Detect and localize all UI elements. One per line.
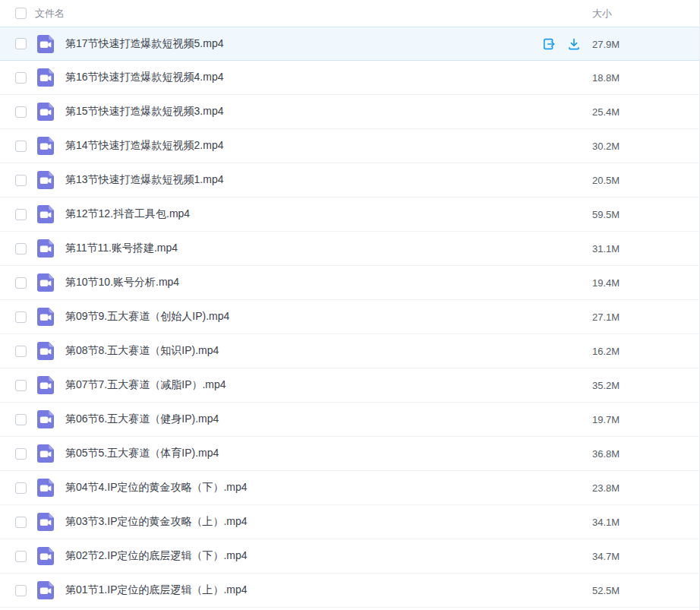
file-name[interactable]: 第12节12.抖音工具包.mp4 xyxy=(65,207,190,221)
table-row[interactable]: 第08节8.五大赛道（知识IP).mp4 16.2M xyxy=(0,334,699,368)
share-icon[interactable] xyxy=(541,36,557,52)
column-header-size: 大小 xyxy=(592,7,612,21)
video-file-icon xyxy=(35,511,56,533)
row-checkbox[interactable] xyxy=(15,277,27,289)
row-checkbox[interactable] xyxy=(15,209,27,220)
video-file-icon xyxy=(35,238,56,259)
table-row[interactable]: 第02节2.IP定位的底层逻辑（下）.mp4 34.7M xyxy=(0,539,699,574)
table-row[interactable]: 第14节快速打造爆款短视频2.mp4 30.2M xyxy=(0,129,699,163)
video-file-icon xyxy=(35,67,56,88)
row-checkbox[interactable] xyxy=(15,585,27,596)
video-file-icon xyxy=(35,204,56,225)
list-header: 文件名 大小 xyxy=(0,0,699,27)
file-size: 27.9M xyxy=(592,38,620,49)
file-size: 59.5M xyxy=(592,209,620,220)
select-all-checkbox[interactable] xyxy=(15,8,27,19)
file-size: 34.7M xyxy=(592,551,620,562)
row-checkbox[interactable] xyxy=(15,175,27,186)
row-checkbox[interactable] xyxy=(15,141,27,152)
table-row[interactable]: 第12节12.抖音工具包.mp4 59.5M xyxy=(0,198,699,232)
file-name[interactable]: 第04节4.IP定位的黄金攻略（下）.mp4 xyxy=(65,481,248,495)
download-icon[interactable] xyxy=(566,36,582,52)
column-header-filename: 文件名 xyxy=(35,7,65,21)
file-size: 35.2M xyxy=(592,380,620,391)
row-checkbox[interactable] xyxy=(15,243,27,254)
video-file-icon xyxy=(35,33,56,55)
row-checkbox[interactable] xyxy=(15,517,27,528)
file-name[interactable]: 第16节快速打造爆款短视频4.mp4 xyxy=(65,71,223,84)
table-row[interactable]: 第10节10.账号分析.mp4 19.4M xyxy=(0,266,699,300)
file-size: 34.1M xyxy=(592,517,620,528)
file-name[interactable]: 第17节快速打造爆款短视频5.mp4 xyxy=(65,37,223,51)
table-row[interactable]: 第09节9.五大赛道（创始人IP).mp4 27.1M xyxy=(0,300,699,334)
file-size: 52.5M xyxy=(592,585,620,596)
video-file-icon xyxy=(35,443,56,464)
file-size: 31.1M xyxy=(592,243,620,254)
file-name[interactable]: 第10节10.账号分析.mp4 xyxy=(65,276,179,289)
row-checkbox[interactable] xyxy=(15,380,27,391)
table-row[interactable]: 第11节11.账号搭建.mp4 31.1M xyxy=(0,232,699,266)
video-file-icon xyxy=(35,340,56,362)
file-name[interactable]: 第02节2.IP定位的底层逻辑（下）.mp4 xyxy=(65,549,248,563)
video-file-icon xyxy=(35,375,56,396)
file-name[interactable]: 第13节快速打造爆款短视频1.mp4 xyxy=(65,173,223,187)
table-row[interactable]: 第13节快速打造爆款短视频1.mp4 20.5M xyxy=(0,163,699,198)
file-name[interactable]: 第09节9.五大赛道（创始人IP).mp4 xyxy=(65,310,229,324)
row-checkbox[interactable] xyxy=(15,72,27,84)
file-size: 19.7M xyxy=(592,414,620,425)
video-file-icon xyxy=(35,101,56,122)
file-name[interactable]: 第11节11.账号搭建.mp4 xyxy=(65,242,178,255)
file-size: 23.8M xyxy=(592,482,620,494)
row-actions xyxy=(541,36,582,52)
table-row[interactable]: 第15节快速打造爆款短视频3.mp4 25.4M xyxy=(0,95,699,129)
row-checkbox[interactable] xyxy=(15,414,27,425)
file-size: 30.2M xyxy=(592,141,620,152)
video-file-icon xyxy=(35,477,56,498)
row-checkbox[interactable] xyxy=(15,482,27,494)
file-size: 19.4M xyxy=(592,277,620,289)
file-size: 27.1M xyxy=(592,311,620,323)
file-name[interactable]: 第07节7.五大赛道（减脂IP）.mp4 xyxy=(65,378,226,392)
file-size: 36.8M xyxy=(592,448,620,460)
file-size: 20.5M xyxy=(592,175,620,186)
row-checkbox[interactable] xyxy=(15,448,27,460)
table-row[interactable]: 第03节3.IP定位的黄金攻略（上）.mp4 34.1M xyxy=(0,505,699,539)
file-name[interactable]: 第01节1.IP定位的底层逻辑（上）.mp4 xyxy=(65,583,248,597)
row-checkbox[interactable] xyxy=(15,551,27,562)
table-row[interactable]: 第05节5.五大赛道（体育IP).mp4 36.8M xyxy=(0,437,699,471)
file-name[interactable]: 第06节6.五大赛道（健身IP).mp4 xyxy=(65,412,219,426)
file-list: 第17节快速打造爆款短视频5.mp4 27.9M 第16节快速打造爆款短视频4.… xyxy=(0,27,699,608)
file-name[interactable]: 第03节3.IP定位的黄金攻略（上）.mp4 xyxy=(65,515,248,529)
row-checkbox[interactable] xyxy=(15,38,27,49)
file-list-panel: 文件名 大小 第17节快速打造爆款短视频5.mp4 27.9M xyxy=(0,0,700,610)
file-name[interactable]: 第08节8.五大赛道（知识IP).mp4 xyxy=(65,344,219,358)
file-name[interactable]: 第05节5.五大赛道（体育IP).mp4 xyxy=(65,447,219,460)
file-size: 16.2M xyxy=(592,346,620,357)
file-name[interactable]: 第14节快速打造爆款短视频2.mp4 xyxy=(65,139,223,153)
table-row[interactable]: 第16节快速打造爆款短视频4.mp4 18.8M xyxy=(0,61,699,95)
row-checkbox[interactable] xyxy=(15,106,27,118)
video-file-icon xyxy=(35,272,56,293)
video-file-icon xyxy=(35,545,56,567)
table-row[interactable]: 第04节4.IP定位的黄金攻略（下）.mp4 23.8M xyxy=(0,471,699,505)
table-row[interactable]: 第17节快速打造爆款短视频5.mp4 27.9M xyxy=(0,27,699,61)
file-size: 25.4M xyxy=(592,106,620,118)
video-file-icon xyxy=(35,169,56,191)
video-file-icon xyxy=(35,409,56,430)
file-name[interactable]: 第15节快速打造爆款短视频3.mp4 xyxy=(65,105,223,119)
table-row[interactable]: 第07节7.五大赛道（减脂IP）.mp4 35.2M xyxy=(0,368,699,403)
row-checkbox[interactable] xyxy=(15,311,27,323)
row-checkbox[interactable] xyxy=(15,346,27,357)
video-file-icon xyxy=(35,580,56,601)
table-row[interactable]: 第06节6.五大赛道（健身IP).mp4 19.7M xyxy=(0,403,699,437)
video-file-icon xyxy=(35,306,56,327)
table-row[interactable]: 第01节1.IP定位的底层逻辑（上）.mp4 52.5M xyxy=(0,574,699,608)
video-file-icon xyxy=(35,135,56,156)
file-size: 18.8M xyxy=(592,72,620,84)
